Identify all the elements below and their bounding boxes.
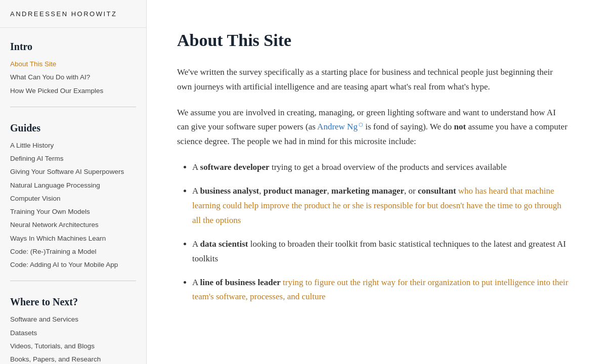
sidebar-section-title-guides: Guides (10, 122, 136, 134)
sidebar-item-training-models[interactable]: Training Your Own Models (10, 205, 136, 218)
not-bold: not (454, 122, 466, 131)
paragraph-2: We assume you are involved in creating, … (177, 106, 570, 150)
sidebar-item-ways-machines-learn[interactable]: Ways In Which Machines Learn (10, 232, 136, 245)
main-body: We've written the survey specifically as… (177, 65, 570, 305)
sidebar-item-superpowers[interactable]: Giving Your Software AI Superpowers (10, 165, 136, 178)
sidebar-item-software-services[interactable]: Software and Services (10, 313, 136, 326)
sidebar-item-about-this-site[interactable]: About This Site (10, 58, 136, 71)
page-title: About This Site (177, 30, 570, 51)
sidebar: ANDREESSEN HOROWITZ Intro About This Sit… (0, 0, 147, 364)
sidebar-item-how-we-picked[interactable]: How We Picked Our Examples (10, 84, 136, 98)
sidebar-item-videos-tutorials[interactable]: Videos, Tutorials, and Blogs (10, 340, 136, 353)
sidebar-item-code-retraining[interactable]: Code: (Re-)Training a Model (10, 245, 136, 258)
logo-text: ANDREESSEN HOROWITZ (10, 10, 117, 18)
sidebar-item-neural-networks[interactable]: Neural Network Architectures (10, 218, 136, 232)
bold-software-developer: software developer (200, 162, 270, 172)
logo-area: ANDREESSEN HOROWITZ (0, 0, 146, 28)
bold-line-of-business: line of business leader (200, 278, 281, 287)
sidebar-section-where-next: Where to Next? Software and Services Dat… (0, 288, 146, 364)
bullet-business-analyst: A business analyst, product manager, mar… (192, 184, 570, 228)
bullet-software-developer: A software developer trying to get a bro… (192, 160, 570, 175)
sidebar-item-defining-ai[interactable]: Defining AI Terms (10, 152, 136, 165)
sidebar-section-intro: Intro About This Site What Can You Do wi… (0, 33, 146, 100)
sidebar-section-title-where-next: Where to Next? (10, 296, 136, 308)
sidebar-sections-container: Intro About This Site What Can You Do wi… (0, 33, 146, 364)
bold-business-analyst: business analyst (200, 186, 259, 196)
sidebar-divider-2 (10, 281, 136, 281)
sidebar-item-nlp[interactable]: Natural Language Processing (10, 179, 136, 192)
sidebar-item-books-papers[interactable]: Books, Papers, and Research (10, 353, 136, 364)
audience-bullet-list: A software developer trying to get a bro… (192, 160, 570, 304)
bold-marketing-manager: marketing manager (331, 186, 404, 196)
bold-product-manager: product manager (264, 186, 327, 196)
sidebar-section-guides: Guides A Little History Defining AI Term… (0, 114, 146, 274)
bold-data-scientist: data scientist (200, 239, 248, 249)
bullet-line-of-business: A line of business leader trying to figu… (192, 276, 570, 305)
sidebar-item-computer-vision[interactable]: Computer Vision (10, 192, 136, 205)
sidebar-item-datasets[interactable]: Datasets (10, 327, 136, 340)
sidebar-section-title-intro: Intro (10, 41, 136, 53)
sidebar-item-code-mobile[interactable]: Code: Adding AI to Your Mobile App (10, 258, 136, 271)
paragraph-1-text: We've written the survey specifically as… (177, 67, 553, 92)
bold-consultant: consultant (418, 186, 456, 196)
andrew-ng-link[interactable]: Andrew Ng (317, 122, 363, 131)
bullet-data-scientist: A data scientist looking to broaden thei… (192, 237, 570, 266)
sidebar-item-little-history[interactable]: A Little History (10, 139, 136, 152)
sidebar-item-what-can-you-do[interactable]: What Can You Do with AI? (10, 71, 136, 84)
sidebar-divider-1 (10, 107, 136, 107)
main-content: About This Site We've written the survey… (147, 0, 610, 364)
paragraph-1: We've written the survey specifically as… (177, 65, 570, 95)
